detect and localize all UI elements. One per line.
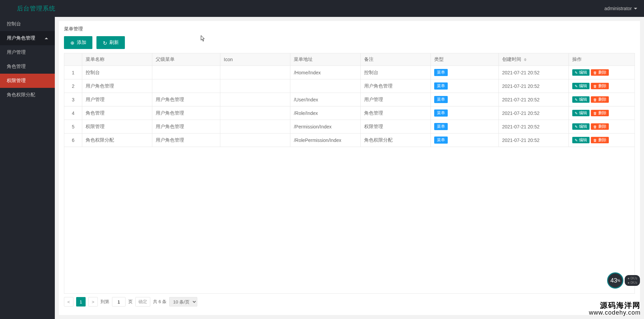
delete-button[interactable]: 删除	[591, 69, 609, 76]
type-tag: 菜单	[434, 137, 448, 144]
cell-parent	[152, 79, 220, 93]
col-type[interactable]: 类型	[430, 53, 498, 66]
cell-parent	[152, 66, 220, 79]
cell-name: 角色管理	[82, 106, 152, 120]
cell-icon	[220, 133, 290, 147]
edit-icon	[575, 111, 578, 116]
cell-url: /User/Index	[290, 93, 360, 106]
col-parent[interactable]: 父级菜单	[152, 53, 220, 66]
edit-button[interactable]: 编辑	[572, 110, 590, 116]
goto-page-input[interactable]	[112, 297, 126, 306]
chevron-up-icon	[45, 38, 48, 39]
sidebar-item-user-mgmt[interactable]: 用户管理	[0, 45, 55, 59]
col-icon[interactable]: Icon	[220, 53, 290, 66]
table-row: 5权限管理用户角色管理/Permission/Index权限管理菜单2021-0…	[64, 120, 635, 133]
cell-parent: 用户角色管理	[152, 106, 220, 120]
cell-url: /Role/Index	[290, 106, 360, 120]
cell-op: 编辑 删除	[569, 93, 635, 106]
col-name[interactable]: 菜单名称	[82, 53, 152, 66]
col-remark[interactable]: 备注	[360, 53, 430, 66]
cell-icon	[220, 120, 290, 133]
cell-type: 菜单	[430, 133, 498, 147]
cell-index: 4	[64, 106, 82, 120]
cell-icon	[220, 79, 290, 93]
cell-op: 编辑 删除	[569, 120, 635, 133]
sidebar-item-role-mgmt[interactable]: 角色管理	[0, 59, 55, 74]
cell-type: 菜单	[430, 79, 498, 93]
cell-url	[290, 79, 360, 93]
cell-time: 2021-07-21 20:52	[498, 79, 569, 93]
caret-down-icon	[634, 8, 637, 9]
type-tag: 菜单	[434, 69, 448, 76]
cell-type: 菜单	[430, 120, 498, 133]
goto-label-prefix: 到第	[101, 299, 109, 305]
edit-icon	[575, 97, 578, 102]
col-url[interactable]: 菜单地址	[290, 53, 360, 66]
sidebar-item-user-role-mgmt[interactable]: 用户角色管理	[0, 31, 55, 45]
cell-name: 角色权限分配	[82, 133, 152, 147]
refresh-icon	[103, 40, 107, 45]
cell-parent: 用户角色管理	[152, 133, 220, 147]
total-count: 共 6 条	[153, 299, 166, 305]
edit-button[interactable]: 编辑	[572, 83, 590, 89]
cell-url: /Permission/Index	[290, 120, 360, 133]
cell-remark: 用户管理	[360, 93, 430, 106]
cell-icon	[220, 66, 290, 79]
user-menu[interactable]: administrator	[604, 6, 637, 11]
cell-op: 编辑 删除	[569, 106, 635, 120]
edit-button[interactable]: 编辑	[572, 123, 590, 130]
delete-button[interactable]: 删除	[591, 110, 609, 116]
refresh-button[interactable]: 刷新	[96, 36, 125, 49]
table-row: 2用户角色管理用户角色管理菜单2021-07-21 20:52编辑 删除	[64, 79, 635, 93]
sidebar-item-permission-mgmt[interactable]: 权限管理	[0, 74, 55, 88]
table-header-row: 菜单名称 父级菜单 Icon 菜单地址 备注 类型 创建时间 操作	[64, 53, 635, 66]
edit-button[interactable]: 编辑	[572, 69, 590, 76]
sidebar-item-role-permission[interactable]: 角色权限分配	[0, 88, 55, 102]
edit-icon	[575, 70, 578, 75]
type-tag: 菜单	[434, 82, 448, 90]
table-row: 4角色管理用户角色管理/Role/Index角色管理菜单2021-07-21 2…	[64, 106, 635, 120]
trash-icon	[593, 111, 597, 116]
trash-icon	[593, 70, 597, 75]
cell-remark: 角色管理	[360, 106, 430, 120]
goto-confirm-button[interactable]: 确定	[135, 297, 150, 306]
delete-button[interactable]: 删除	[591, 123, 609, 130]
cell-parent: 用户角色管理	[152, 93, 220, 106]
cell-icon	[220, 106, 290, 120]
sidebar-item-console[interactable]: 控制台	[0, 17, 55, 31]
type-tag: 菜单	[434, 109, 448, 117]
plus-icon	[70, 40, 75, 45]
edit-button[interactable]: 编辑	[572, 137, 590, 143]
delete-button[interactable]: 删除	[591, 137, 609, 143]
delete-button[interactable]: 删除	[591, 96, 609, 103]
cell-index: 2	[64, 79, 82, 93]
page-title: 菜单管理	[64, 26, 635, 32]
cell-name: 权限管理	[82, 120, 152, 133]
page-prev-button[interactable]: <	[64, 297, 73, 306]
edit-icon	[575, 138, 578, 143]
page-number-button[interactable]: 1	[76, 297, 86, 306]
add-button[interactable]: 添加	[64, 36, 92, 49]
cell-name: 用户管理	[82, 93, 152, 106]
cell-time: 2021-07-21 20:52	[498, 120, 569, 133]
table-row: 1控制台/Home/Index控制台菜单2021-07-21 20:52编辑 删…	[64, 66, 635, 79]
main-content: 菜单管理 添加 刷新 菜单名称 父级菜单	[55, 17, 644, 319]
pagesize-select[interactable]: 10 条/页	[169, 297, 197, 306]
col-index	[64, 53, 82, 66]
cell-time: 2021-07-21 20:52	[498, 93, 569, 106]
type-tag: 菜单	[434, 96, 448, 103]
delete-button[interactable]: 删除	[591, 83, 609, 89]
cell-index: 6	[64, 133, 82, 147]
edit-button[interactable]: 编辑	[572, 96, 590, 103]
cell-index: 3	[64, 93, 82, 106]
cell-index: 1	[64, 66, 82, 79]
pagination: < 1 > 到第 页 确定 共 6 条 10 条/页	[64, 294, 635, 310]
trash-icon	[593, 138, 597, 143]
cell-icon	[220, 93, 290, 106]
header: 后台管理系统 administrator	[0, 0, 644, 17]
col-time[interactable]: 创建时间	[498, 53, 569, 66]
cell-remark: 用户角色管理	[360, 79, 430, 93]
cell-remark: 角色权限分配	[360, 133, 430, 147]
page-next-button[interactable]: >	[88, 297, 98, 306]
trash-icon	[593, 84, 597, 89]
